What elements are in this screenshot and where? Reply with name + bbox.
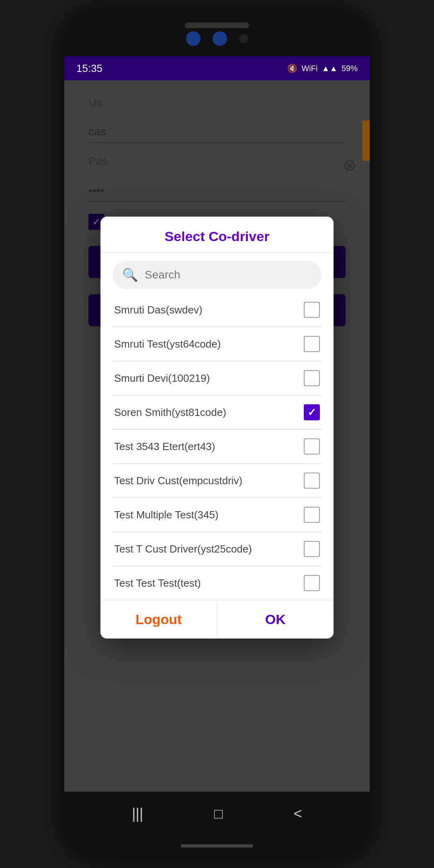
camera-dot-left <box>186 31 201 46</box>
recents-icon[interactable]: ||| <box>132 805 143 822</box>
phone-frame: 15:35 🔇 WiFi ▲▲ 59% Us cas Pas •••• ✓ ⊗ <box>64 12 370 856</box>
driver-name-2: Smruti Test(yst64code) <box>114 338 221 350</box>
driver-name-8: Test T Cust Driver(yst25code) <box>114 543 252 555</box>
modal-body: 🔍 Smruti Das(swdev) Smruti Test(yst64cod… <box>100 253 334 600</box>
driver-checkbox-3[interactable] <box>304 370 320 386</box>
driver-checkbox-5[interactable] <box>304 438 320 454</box>
battery-indicator: 59% <box>342 64 358 73</box>
modal-footer: Logout OK <box>100 600 334 639</box>
back-icon[interactable]: < <box>294 805 302 822</box>
wifi-icon: WiFi <box>301 64 317 73</box>
driver-item-8[interactable]: Test T Cust Driver(yst25code) <box>113 532 321 566</box>
driver-item-6[interactable]: Test Driv Cust(empcustdriv) <box>113 464 321 498</box>
status-bar: 15:35 🔇 WiFi ▲▲ 59% <box>64 56 370 80</box>
driver-name-4: Soren Smith(yst81code) <box>114 406 226 419</box>
phone-top-bezel <box>64 12 370 56</box>
mute-icon: 🔇 <box>287 63 297 73</box>
phone-bottom-bezel <box>64 836 370 856</box>
front-camera <box>239 34 248 43</box>
search-icon: 🔍 <box>122 267 138 283</box>
driver-checkbox-6[interactable] <box>304 473 320 489</box>
screen-content: Us cas Pas •••• ✓ ⊗ Select Co-driver 🔍 <box>64 80 370 792</box>
driver-checkbox-1[interactable] <box>304 302 320 318</box>
driver-name-3: Smurti Devi(100219) <box>114 372 210 385</box>
driver-item-4[interactable]: Soren Smith(yst81code) <box>113 395 321 430</box>
driver-name-5: Test 3543 Etert(ert43) <box>114 440 215 453</box>
driver-item-1[interactable]: Smruti Das(swdev) <box>113 293 321 327</box>
driver-name-9: Test Test Test(test) <box>114 577 201 590</box>
driver-checkbox-9[interactable] <box>304 575 320 591</box>
status-icons: 🔇 WiFi ▲▲ 59% <box>287 63 358 73</box>
driver-checkbox-2[interactable] <box>304 336 320 352</box>
modal-title: Select Co-driver <box>113 229 321 244</box>
phone-speaker <box>185 23 249 28</box>
status-time: 15:35 <box>76 62 102 75</box>
driver-item-5[interactable]: Test 3543 Etert(ert43) <box>113 430 321 464</box>
driver-list: Smruti Das(swdev) Smruti Test(yst64code)… <box>113 293 321 600</box>
camera-dot-right <box>213 31 227 46</box>
driver-item-9[interactable]: Test Test Test(test) <box>113 566 321 600</box>
search-container[interactable]: 🔍 <box>113 261 321 289</box>
driver-name-1: Smruti Das(swdev) <box>114 304 203 316</box>
driver-item-2[interactable]: Smruti Test(yst64code) <box>113 327 321 361</box>
signal-icon: ▲▲ <box>321 64 338 73</box>
driver-name-6: Test Driv Cust(empcustdriv) <box>114 475 242 487</box>
logout-button[interactable]: Logout <box>100 600 217 639</box>
ok-button[interactable]: OK <box>217 600 334 639</box>
phone-bottom-bar <box>181 844 253 848</box>
driver-checkbox-8[interactable] <box>304 541 320 557</box>
navigation-bar: ||| □ < <box>64 792 370 836</box>
driver-name-7: Test Multiple Test(345) <box>114 509 219 521</box>
driver-checkbox-7[interactable] <box>304 507 320 523</box>
driver-item-7[interactable]: Test Multiple Test(345) <box>113 498 321 532</box>
driver-item-3[interactable]: Smurti Devi(100219) <box>113 361 321 395</box>
search-input[interactable] <box>145 268 312 281</box>
modal-header: Select Co-driver <box>100 217 334 253</box>
home-icon[interactable]: □ <box>214 805 223 822</box>
codriver-modal: Select Co-driver 🔍 Smruti Das(swdev) <box>100 217 334 639</box>
camera-row <box>186 31 248 46</box>
driver-checkbox-4[interactable] <box>304 404 320 420</box>
